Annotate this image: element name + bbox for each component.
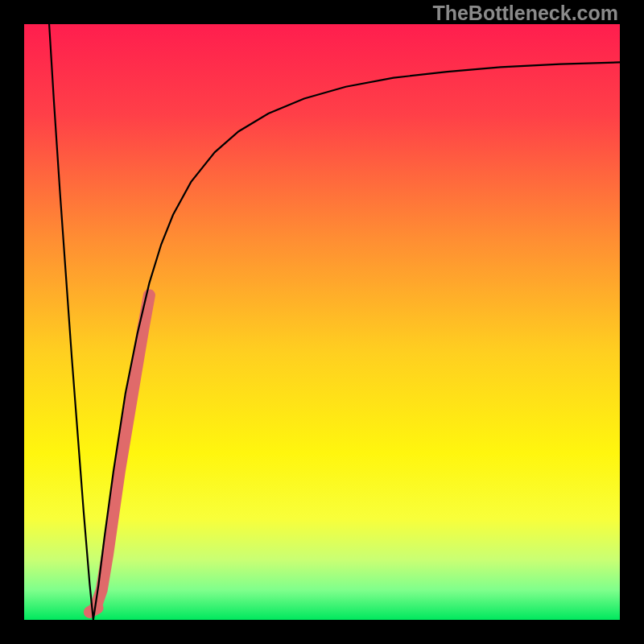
highlight-band [95, 295, 149, 609]
watermark-text: TheBottleneck.com [432, 2, 618, 25]
curve-layer [24, 24, 620, 620]
chart-frame: TheBottleneck.com [0, 0, 644, 644]
vertex-dot [89, 608, 97, 612]
main-curve [49, 24, 620, 620]
